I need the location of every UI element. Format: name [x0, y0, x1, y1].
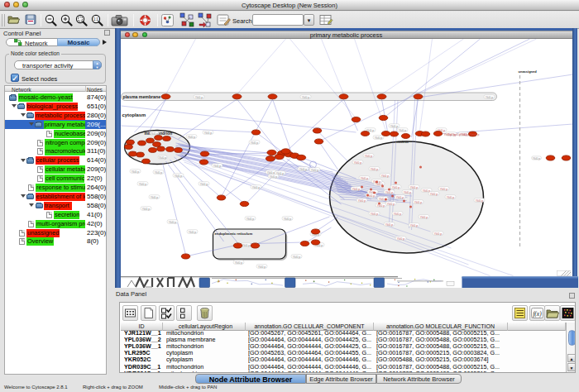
svg-text:Ykl0 p: Ykl0 p: [446, 196, 454, 199]
svg-text:cytoplasm: cytoplasm: [122, 112, 146, 117]
svg-text:Ykl0 p: Ykl0 p: [250, 141, 258, 145]
svg-text:f(x): f(x): [533, 309, 542, 317]
svg-text:Ykl0 p: Ykl0 p: [385, 191, 393, 194]
svg-text:Ykl0 p: Ykl0 p: [433, 232, 442, 236]
svg-text:Ykl0 p: Ykl0 p: [429, 193, 438, 196]
svg-text:Ykl0 p: Ykl0 p: [199, 183, 208, 186]
svg-text:Ykl0 p: Ykl0 p: [385, 223, 393, 227]
svg-text:Ykl0 p: Ykl0 p: [154, 171, 162, 174]
svg-text:nucleus: nucleus: [396, 141, 408, 144]
svg-text:Ykl0 p: Ykl0 p: [246, 218, 254, 221]
svg-text:Ykl0 p: Ykl0 p: [357, 199, 366, 203]
svg-text:Ykl0 p: Ykl0 p: [439, 188, 447, 191]
svg-text:Ykl0 p: Ykl0 p: [299, 168, 307, 171]
svg-text:Ykl0 p: Ykl0 p: [376, 204, 385, 208]
svg-text:Ykl0 p: Ykl0 p: [398, 129, 406, 132]
svg-text:Ykl0 p: Ykl0 p: [364, 155, 372, 158]
svg-text:Ykl0 p: Ykl0 p: [310, 169, 318, 172]
svg-text:Ykl0 p: Ykl0 p: [292, 256, 300, 259]
svg-text:Ykl0 p: Ykl0 p: [352, 188, 360, 191]
svg-text:Ykl0 p: Ykl0 p: [390, 125, 398, 128]
svg-text:Ykl0 p: Ykl0 p: [266, 171, 275, 174]
svg-text:Ykl0 p: Ykl0 p: [395, 196, 404, 199]
svg-text:Ykl0 p: Ykl0 p: [168, 221, 176, 224]
svg-text:Ykl0 p: Ykl0 p: [360, 177, 368, 180]
svg-text:Ykl0 p: Ykl0 p: [257, 265, 266, 269]
svg-text:Ykl0 p: Ykl0 p: [386, 203, 395, 206]
svg-text:Ykl0 p: Ykl0 p: [141, 208, 150, 211]
svg-text:Ykl0 p: Ykl0 p: [419, 216, 428, 219]
svg-text:Yhl0 p Ygr1 p Ydl2 p Ymr0 p: Yhl0 p Ygr1 p Ydl2 p Ymr0 p: [443, 133, 479, 136]
svg-text:Ykl0 p: Ykl0 p: [188, 231, 196, 234]
svg-text:Ykl0 p: Ykl0 p: [414, 201, 422, 204]
svg-text:Ykl0 p: Ykl0 p: [131, 170, 139, 174]
svg-text:Ykl0 p: Ykl0 p: [269, 175, 277, 179]
svg-text:Ykl0 p: Ykl0 p: [396, 237, 404, 241]
svg-text:Ykl0 p: Ykl0 p: [150, 132, 158, 136]
svg-text:Ykl0 p: Ykl0 p: [475, 199, 483, 203]
svg-text:Ykl0 p: Ykl0 p: [234, 261, 242, 265]
svg-text:Ykl0 p: Ykl0 p: [187, 136, 195, 139]
svg-text:Ykl0 p: Ykl0 p: [251, 186, 260, 189]
svg-text:Ykl0 p: Ykl0 p: [380, 174, 389, 178]
svg-text:Ykl0 p: Ykl0 p: [532, 157, 540, 160]
svg-text:Ykl0 p: Ykl0 p: [203, 131, 212, 135]
svg-text:Ykl0 p: Ykl0 p: [485, 96, 493, 99]
svg-text:Ykl0 p: Ykl0 p: [138, 183, 146, 186]
svg-text:Ykl0 p: Ykl0 p: [283, 218, 291, 221]
svg-text:Ykl0 p: Ykl0 p: [150, 196, 158, 199]
svg-text:Ykl0 p: Ykl0 p: [353, 161, 361, 165]
svg-text:Ykl0 p: Ykl0 p: [409, 224, 418, 227]
svg-text:Ykl0 p: Ykl0 p: [391, 186, 400, 189]
svg-text:Ykl0 p: Ykl0 p: [158, 156, 166, 160]
svg-text:Ykl0 p: Ykl0 p: [174, 174, 182, 178]
svg-text:Ykl0 p: Ykl0 p: [403, 191, 411, 194]
svg-text:unassigned: unassigned: [518, 69, 537, 74]
svg-text:plasma membrane: plasma membrane: [122, 94, 160, 99]
svg-text:Ykl0 p: Ykl0 p: [194, 96, 203, 99]
svg-text:Ykl0 p: Ykl0 p: [409, 186, 418, 189]
svg-text:Ykl0 p: Ykl0 p: [370, 213, 378, 216]
svg-text:Ykl0 p: Ykl0 p: [301, 96, 309, 99]
svg-text:Ykl0 p: Ykl0 p: [213, 165, 221, 168]
svg-text:Ykl0 p: Ykl0 p: [374, 136, 382, 140]
svg-text:Ykl0 p: Ykl0 p: [242, 244, 250, 247]
svg-text:1:1: 1:1: [93, 17, 99, 22]
svg-text:endoplasmic reticulum: endoplasmic reticulum: [214, 232, 252, 236]
svg-text:Ykl0 p: Ykl0 p: [370, 168, 378, 171]
svg-text:Ykl0 p: Ykl0 p: [393, 213, 401, 216]
